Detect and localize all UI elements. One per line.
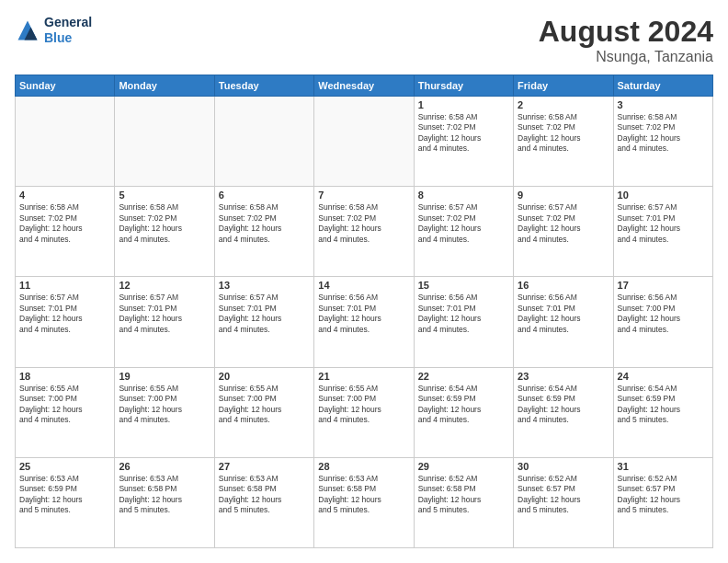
day-cell-18: 18Sunrise: 6:55 AM Sunset: 7:00 PM Dayli… [16,367,115,457]
location: Nsunga, Tanzania [539,49,713,65]
day-info: Sunrise: 6:54 AM Sunset: 6:59 PM Dayligh… [618,384,709,426]
day-number: 10 [618,190,709,201]
day-cell-10: 10Sunrise: 6:57 AM Sunset: 7:01 PM Dayli… [613,187,712,277]
title-block: August 2024 Nsunga, Tanzania [539,15,713,65]
empty-cell [115,97,214,187]
day-number: 4 [19,190,110,201]
day-number: 7 [318,190,409,201]
day-info: Sunrise: 6:53 AM Sunset: 6:58 PM Dayligh… [219,474,310,516]
day-info: Sunrise: 6:57 AM Sunset: 7:01 PM Dayligh… [219,293,310,335]
day-number: 17 [618,280,709,291]
day-header-monday: Monday [115,75,214,97]
day-number: 6 [219,190,310,201]
day-cell-15: 15Sunrise: 6:56 AM Sunset: 7:01 PM Dayli… [414,277,513,367]
day-cell-27: 27Sunrise: 6:53 AM Sunset: 6:58 PM Dayli… [214,457,313,547]
logo-text: General Blue [44,15,92,46]
day-cell-9: 9Sunrise: 6:57 AM Sunset: 7:02 PM Daylig… [514,187,613,277]
logo-line2: Blue [44,30,72,45]
header: General Blue August 2024 Nsunga, Tanzani… [15,15,713,65]
day-number: 25 [19,461,110,472]
day-info: Sunrise: 6:53 AM Sunset: 6:59 PM Dayligh… [19,474,110,516]
day-info: Sunrise: 6:57 AM Sunset: 7:01 PM Dayligh… [119,293,210,335]
day-number: 27 [219,461,310,472]
day-cell-26: 26Sunrise: 6:53 AM Sunset: 6:58 PM Dayli… [115,457,214,547]
day-info: Sunrise: 6:54 AM Sunset: 6:59 PM Dayligh… [518,384,609,426]
day-info: Sunrise: 6:57 AM Sunset: 7:01 PM Dayligh… [19,293,110,335]
day-cell-11: 11Sunrise: 6:57 AM Sunset: 7:01 PM Dayli… [16,277,115,367]
day-info: Sunrise: 6:58 AM Sunset: 7:02 PM Dayligh… [618,112,709,155]
day-number: 13 [219,280,310,291]
day-header-thursday: Thursday [414,75,513,97]
day-number: 29 [418,461,509,472]
day-number: 14 [318,280,409,291]
day-cell-8: 8Sunrise: 6:57 AM Sunset: 7:02 PM Daylig… [414,187,513,277]
day-info: Sunrise: 6:56 AM Sunset: 7:00 PM Dayligh… [618,293,709,335]
day-info: Sunrise: 6:58 AM Sunset: 7:02 PM Dayligh… [219,202,310,245]
day-cell-25: 25Sunrise: 6:53 AM Sunset: 6:59 PM Dayli… [16,457,115,547]
week-row-3: 11Sunrise: 6:57 AM Sunset: 7:01 PM Dayli… [16,277,713,367]
day-cell-31: 31Sunrise: 6:52 AM Sunset: 6:57 PM Dayli… [613,457,712,547]
day-number: 5 [119,190,210,201]
week-row-5: 25Sunrise: 6:53 AM Sunset: 6:59 PM Dayli… [16,457,713,547]
day-info: Sunrise: 6:58 AM Sunset: 7:02 PM Dayligh… [119,202,210,245]
day-info: Sunrise: 6:57 AM Sunset: 7:01 PM Dayligh… [618,202,709,245]
day-header-saturday: Saturday [613,75,712,97]
day-info: Sunrise: 6:58 AM Sunset: 7:02 PM Dayligh… [318,202,409,245]
day-number: 15 [418,280,509,291]
day-info: Sunrise: 6:54 AM Sunset: 6:59 PM Dayligh… [418,384,509,426]
day-cell-4: 4Sunrise: 6:58 AM Sunset: 7:02 PM Daylig… [16,187,115,277]
day-number: 22 [418,371,509,382]
day-cell-21: 21Sunrise: 6:55 AM Sunset: 7:00 PM Dayli… [314,367,414,457]
week-row-1: 1Sunrise: 6:58 AM Sunset: 7:02 PM Daylig… [16,97,713,187]
day-number: 19 [119,371,210,382]
day-cell-5: 5Sunrise: 6:58 AM Sunset: 7:02 PM Daylig… [115,187,214,277]
day-info: Sunrise: 6:55 AM Sunset: 7:00 PM Dayligh… [318,384,409,426]
day-info: Sunrise: 6:55 AM Sunset: 7:00 PM Dayligh… [219,384,310,426]
day-number: 18 [19,371,110,382]
day-cell-20: 20Sunrise: 6:55 AM Sunset: 7:00 PM Dayli… [214,367,313,457]
day-number: 26 [119,461,210,472]
day-cell-6: 6Sunrise: 6:58 AM Sunset: 7:02 PM Daylig… [214,187,313,277]
day-number: 23 [518,371,609,382]
day-number: 11 [19,280,110,291]
calendar-table: SundayMondayTuesdayWednesdayThursdayFrid… [15,75,713,548]
day-cell-3: 3Sunrise: 6:58 AM Sunset: 7:02 PM Daylig… [613,97,712,187]
day-cell-16: 16Sunrise: 6:56 AM Sunset: 7:01 PM Dayli… [514,277,613,367]
day-cell-2: 2Sunrise: 6:58 AM Sunset: 7:02 PM Daylig… [514,97,613,187]
day-info: Sunrise: 6:56 AM Sunset: 7:01 PM Dayligh… [518,293,609,335]
day-cell-17: 17Sunrise: 6:56 AM Sunset: 7:00 PM Dayli… [613,277,712,367]
day-number: 2 [518,99,609,110]
day-number: 1 [418,99,509,110]
day-info: Sunrise: 6:55 AM Sunset: 7:00 PM Dayligh… [119,384,210,426]
day-info: Sunrise: 6:58 AM Sunset: 7:02 PM Dayligh… [19,202,110,245]
logo: General Blue [15,15,92,46]
day-info: Sunrise: 6:58 AM Sunset: 7:02 PM Dayligh… [518,112,609,155]
day-number: 20 [219,371,310,382]
day-info: Sunrise: 6:57 AM Sunset: 7:02 PM Dayligh… [518,202,609,245]
day-number: 3 [618,99,709,110]
day-number: 9 [518,190,609,201]
day-info: Sunrise: 6:56 AM Sunset: 7:01 PM Dayligh… [318,293,409,335]
day-number: 12 [119,280,210,291]
day-cell-14: 14Sunrise: 6:56 AM Sunset: 7:01 PM Dayli… [314,277,414,367]
logo-line1: General [44,15,92,29]
day-header-tuesday: Tuesday [214,75,313,97]
header-row: SundayMondayTuesdayWednesdayThursdayFrid… [16,75,713,97]
day-number: 8 [418,190,509,201]
logo-icon [15,17,40,43]
week-row-2: 4Sunrise: 6:58 AM Sunset: 7:02 PM Daylig… [16,187,713,277]
day-number: 30 [518,461,609,472]
day-number: 28 [318,461,409,472]
day-number: 31 [618,461,709,472]
day-info: Sunrise: 6:52 AM Sunset: 6:58 PM Dayligh… [418,474,509,516]
day-info: Sunrise: 6:56 AM Sunset: 7:01 PM Dayligh… [418,293,509,335]
day-cell-28: 28Sunrise: 6:53 AM Sunset: 6:58 PM Dayli… [314,457,414,547]
page: General Blue August 2024 Nsunga, Tanzani… [0,0,728,563]
day-header-wednesday: Wednesday [314,75,414,97]
day-header-friday: Friday [514,75,613,97]
day-info: Sunrise: 6:57 AM Sunset: 7:02 PM Dayligh… [418,202,509,245]
day-cell-13: 13Sunrise: 6:57 AM Sunset: 7:01 PM Dayli… [214,277,313,367]
day-header-sunday: Sunday [16,75,115,97]
day-cell-29: 29Sunrise: 6:52 AM Sunset: 6:58 PM Dayli… [414,457,513,547]
day-number: 21 [318,371,409,382]
